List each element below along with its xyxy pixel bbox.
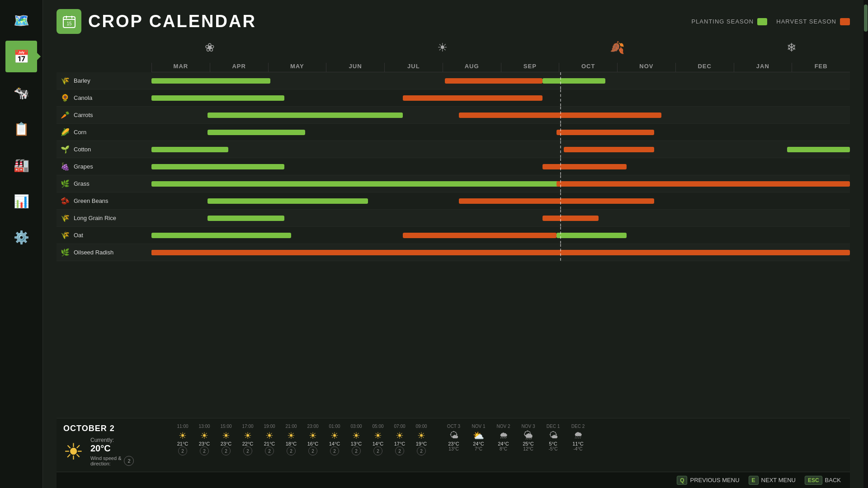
forecast-lo: 13°C [441, 446, 466, 451]
current-date-line [560, 175, 561, 192]
crop-row: 🌾Oat [57, 227, 850, 244]
crop-row: 🌿Grass [57, 175, 850, 192]
weather-hourly-section: 11:0013:0015:0017:0019:0021:0023:0001:00… [172, 424, 432, 455]
hourly-temps-row: 21°C23°C23°C22°C21°C18°C16°C14°C13°C14°C… [172, 441, 432, 446]
crop-label: Grapes [74, 163, 93, 170]
harvest-color-swatch [840, 18, 850, 25]
wind-value: 2 [124, 456, 134, 466]
forecast-hi: 25°C [516, 441, 541, 446]
esc-key: ESC [805, 476, 822, 485]
hour-label: 19:00 [259, 424, 280, 429]
forecast-icon: ⛅ [466, 430, 491, 441]
hour-temp: 23°C [193, 441, 215, 446]
forecast-lo: -4°C [566, 446, 590, 451]
bar-planting [557, 233, 627, 238]
bar-harvest [557, 130, 654, 135]
hour-wind: 2 [367, 446, 389, 455]
sidebar-item-factory[interactable]: 🏭 [5, 149, 37, 181]
crop-name-grass: 🌿Grass [57, 179, 151, 188]
hour-wind: 2 [172, 446, 193, 455]
sidebar-item-settings[interactable]: ⚙️ [5, 221, 37, 253]
forecast-lo: -5°C [541, 446, 566, 451]
month-col-aug: AUG [443, 63, 501, 72]
crop-icon: 🌿 [60, 248, 70, 257]
crop-icon: 🌽 [60, 128, 70, 136]
bar-harvest [403, 95, 542, 101]
crop-label: Canola [74, 94, 92, 101]
esc-button[interactable]: ESC BACK [805, 476, 841, 485]
wind-label: Wind speed &direction: [90, 455, 121, 466]
crop-icon: 🌾 [60, 231, 70, 239]
sidebar-item-livestock[interactable]: 🐄 [5, 77, 37, 108]
current-temp: 20°C [90, 443, 134, 454]
hour-icon: ☀ [259, 430, 280, 441]
current-date-line [560, 210, 561, 226]
next-menu-button[interactable]: E NEXT MENU [749, 476, 796, 485]
crop-name-canola: 🌻Canola [57, 94, 151, 102]
crop-row: 🍇Grapes [57, 158, 850, 175]
bar-planting [208, 198, 368, 204]
hourly-hours-row: 11:0013:0015:0017:0019:0021:0023:0001:00… [172, 424, 432, 429]
planting-label: PLANTING SEASON [691, 18, 754, 25]
sidebar-item-stats[interactable]: 📊 [5, 185, 37, 217]
hour-label: 03:00 [345, 424, 367, 429]
crop-icon: 🌾 [60, 76, 70, 85]
summer-icon: ☀ [437, 41, 448, 55]
hour-temp: 18°C [280, 441, 302, 446]
sidebar-item-calendar[interactable]: 📅 [5, 41, 37, 72]
hour-label: 21:00 [280, 424, 302, 429]
hour-temp: 22°C [237, 441, 259, 446]
sidebar-item-tasks[interactable]: 📋 [5, 113, 37, 145]
forecast-hi: 23°C [441, 441, 466, 446]
sidebar: 🗺️ 📅 🐄 📋 🏭 📊 ⚙️ [0, 0, 43, 488]
bar-harvest [445, 78, 542, 84]
next-label: NEXT MENU [761, 477, 796, 483]
currently-label: Currently: [90, 437, 134, 443]
crop-label: Corn [74, 129, 86, 136]
hour-wind: 2 [259, 446, 280, 455]
hour-wind: 2 [215, 446, 237, 455]
hour-icon: ☀ [193, 430, 215, 441]
forecast-date-label: DEC 2 [566, 424, 590, 429]
crop-name-oat: 🌾Oat [57, 231, 151, 239]
crop-icon: 🌻 [60, 94, 70, 102]
crop-label: Oilseed Radish [74, 249, 113, 256]
crop-row: 🌻Canola [57, 89, 850, 107]
hourly-winds-row: 222222222222 [172, 446, 432, 455]
hour-wind: 2 [345, 446, 367, 455]
month-col-apr: APR [210, 63, 268, 72]
crop-row: 🌾Barley [57, 72, 850, 89]
current-date-line [560, 72, 561, 89]
hour-temp: 16°C [302, 441, 324, 446]
weather-current: OCTOBER 2 ☀ Currently: 20°C Wind speed &… [63, 424, 163, 466]
hour-label: 13:00 [193, 424, 215, 429]
crop-name-long-grain-rice: 🌾Long Grain Rice [57, 214, 151, 222]
crop-row: 🌿Oilseed Radish [57, 244, 850, 261]
page-title: CROP CALENDAR [88, 12, 256, 31]
sidebar-item-map[interactable]: 🗺️ [5, 5, 37, 36]
forecast-icon: 🌤 [441, 430, 466, 441]
crop-icon: 🌱 [60, 145, 70, 154]
prev-menu-button[interactable]: Q PREVIOUS MENU [677, 476, 739, 485]
right-scrollbar[interactable] [863, 0, 868, 488]
crop-label: Carrots [74, 112, 93, 118]
hour-temp: 23°C [215, 441, 237, 446]
crop-name-grapes: 🍇Grapes [57, 162, 151, 171]
hour-label: 17:00 [237, 424, 259, 429]
forecast-lo: 12°C [516, 446, 541, 451]
weather-forecast-section: OCT 3NOV 1NOV 2NOV 3DEC 1DEC 2 🌤⛅🌧🌦🌤🌨 23… [441, 424, 590, 451]
hour-icon: ☀ [302, 430, 324, 441]
hour-wind: 2 [280, 446, 302, 455]
crop-label: Barley [74, 77, 90, 84]
forecast-icon: 🌧 [491, 430, 516, 441]
bar-harvest [403, 233, 557, 238]
crop-row: 🌱Cotton [57, 141, 850, 158]
hour-temp: 21°C [172, 441, 193, 446]
hour-label: 23:00 [302, 424, 324, 429]
crop-bars [151, 72, 850, 89]
current-date-line [560, 141, 561, 158]
forecast-lo: 7°C [466, 446, 491, 451]
crop-row: 🌾Long Grain Rice [57, 210, 850, 227]
current-date-line [560, 158, 561, 175]
forecast-lo: 8°C [491, 446, 516, 451]
